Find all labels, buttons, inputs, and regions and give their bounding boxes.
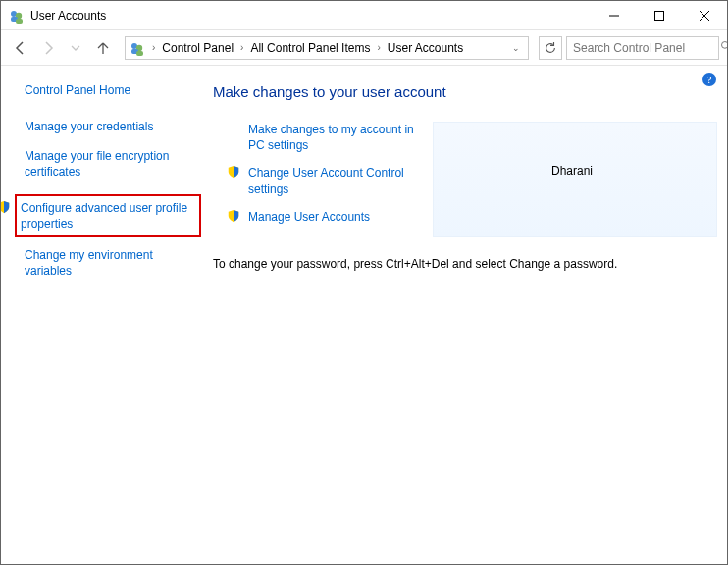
search-box[interactable]: [566, 36, 719, 60]
sidebar-link-advanced-profile[interactable]: Configure advanced user profile properti…: [15, 194, 201, 237]
link-label: Manage User Accounts: [248, 209, 370, 225]
user-accounts-icon: [130, 40, 145, 56]
breadcrumb-item[interactable]: Control Panel: [160, 41, 235, 55]
link-manage-accounts[interactable]: Manage User Accounts: [227, 209, 429, 225]
shield-icon: [0, 200, 11, 214]
page-title: Make changes to your user account: [213, 83, 717, 100]
chevron-right-icon[interactable]: ›: [374, 42, 383, 53]
sidebar: Control Panel Home Manage your credentia…: [1, 66, 199, 564]
up-button[interactable]: [91, 36, 115, 60]
close-button[interactable]: [682, 1, 727, 30]
password-note: To change your password, press Ctrl+Alt+…: [213, 257, 717, 271]
svg-rect-5: [655, 11, 664, 20]
svg-point-12: [722, 42, 729, 49]
user-accounts-icon: [9, 8, 25, 24]
search-input[interactable]: [573, 41, 720, 55]
breadcrumb-item[interactable]: All Control Panel Items: [248, 41, 372, 55]
window-title: User Accounts: [30, 9, 592, 23]
link-uac-settings[interactable]: Change User Account Control settings: [227, 165, 429, 196]
link-pc-settings[interactable]: Make changes to my account in PC setting…: [248, 122, 429, 153]
minimize-button[interactable]: [592, 1, 637, 30]
profile-card: Dharani: [433, 122, 717, 237]
sidebar-item-label: Configure advanced user profile properti…: [21, 201, 187, 231]
link-label: Make changes to my account in PC setting…: [248, 122, 429, 153]
forward-button[interactable]: [36, 36, 60, 60]
shield-icon: [227, 209, 240, 223]
account-links: Make changes to my account in PC setting…: [213, 122, 429, 237]
sidebar-link-credentials[interactable]: Manage your credentials: [25, 119, 189, 134]
navbar: › Control Panel › All Control Panel Item…: [1, 30, 727, 66]
profile-name: Dharani: [551, 164, 593, 178]
sidebar-link-encryption[interactable]: Manage your file encryption certificates: [25, 148, 189, 180]
maximize-button[interactable]: [637, 1, 682, 30]
breadcrumb-item[interactable]: User Accounts: [386, 41, 465, 55]
main-panel: ? Make changes to your user account Make…: [199, 66, 727, 564]
link-label: Change User Account Control settings: [248, 165, 429, 196]
back-button[interactable]: [9, 36, 32, 60]
help-icon[interactable]: ?: [702, 72, 717, 87]
content-area: Control Panel Home Manage your credentia…: [1, 66, 727, 564]
breadcrumb-dropdown-icon[interactable]: ⌄: [512, 43, 524, 53]
refresh-button[interactable]: [539, 36, 562, 60]
sidebar-link-env-vars[interactable]: Change my environment variables: [25, 247, 189, 279]
recent-locations-dropdown[interactable]: [64, 36, 87, 60]
svg-rect-3: [16, 19, 23, 24]
window-controls: [592, 1, 727, 30]
breadcrumb[interactable]: › Control Panel › All Control Panel Item…: [125, 36, 529, 60]
svg-text:?: ?: [707, 74, 712, 85]
chevron-right-icon[interactable]: ›: [149, 42, 158, 53]
titlebar: User Accounts: [1, 1, 727, 30]
control-panel-home-link[interactable]: Control Panel Home: [25, 83, 189, 97]
shield-icon: [227, 165, 240, 179]
svg-rect-11: [136, 51, 143, 56]
chevron-right-icon[interactable]: ›: [237, 42, 246, 53]
search-icon: [720, 40, 728, 55]
